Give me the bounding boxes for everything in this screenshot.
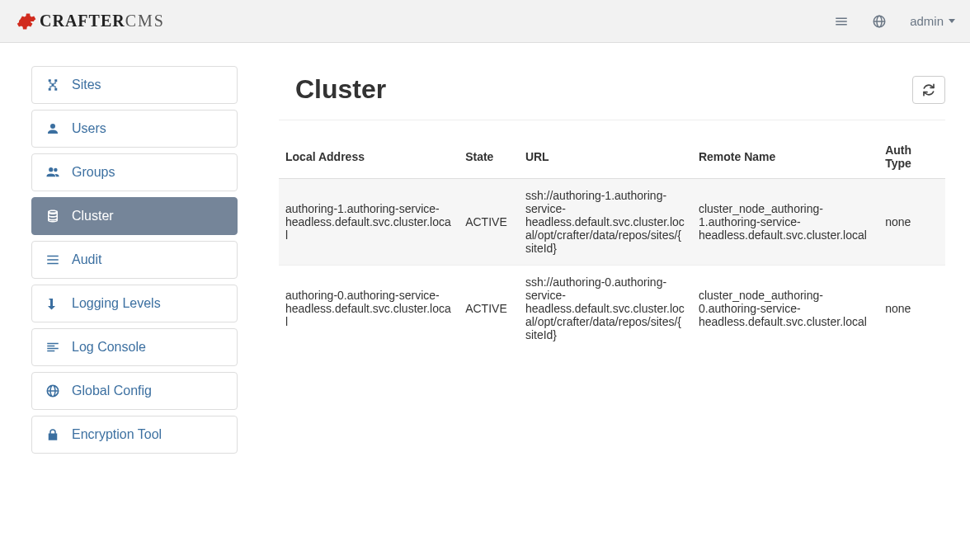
sidebar-item-label: Global Config	[72, 384, 152, 398]
topbar-right: admin	[834, 14, 955, 29]
brand-thin: CMS	[125, 12, 165, 30]
cell-url: ssh://authoring-1.authoring-service-head…	[519, 179, 692, 266]
sidebar-item-sites[interactable]: Sites	[31, 66, 238, 104]
brand-text: CRAFTERCMS	[40, 12, 165, 31]
brand-logo: CRAFTERCMS	[15, 11, 165, 32]
page-title: Cluster	[295, 74, 386, 105]
user-label: admin	[910, 14, 944, 28]
table-row: authoring-0.authoring-service-headless.d…	[279, 266, 945, 352]
brand-bold: CRAFTER	[40, 12, 125, 30]
lock-icon	[45, 427, 60, 442]
users-icon	[45, 165, 60, 180]
user-icon	[45, 121, 60, 136]
col-url: URL	[519, 135, 692, 179]
menu-icon[interactable]	[834, 14, 849, 29]
chevron-down-icon	[949, 19, 955, 23]
database-icon	[45, 209, 60, 224]
sidebar-item-label: Sites	[72, 78, 101, 92]
cell-local-address: authoring-1.authoring-service-headless.d…	[279, 179, 459, 266]
sidebar-item-audit[interactable]: Audit	[31, 241, 238, 279]
cell-auth-type: none	[878, 179, 945, 266]
cell-state: ACTIVE	[459, 266, 519, 352]
sidebar-item-label: Log Console	[72, 340, 146, 355]
list-icon	[45, 252, 60, 267]
sidebar-item-label: Audit	[72, 252, 101, 267]
content: SitesUsersGroupsClusterAuditLogging Leve…	[0, 43, 970, 482]
refresh-icon	[922, 83, 935, 96]
cell-url: ssh://authoring-0.authoring-service-head…	[519, 266, 692, 352]
col-remote-name: Remote Name	[692, 135, 878, 179]
col-state: State	[459, 135, 519, 179]
cell-auth-type: none	[878, 266, 945, 352]
cell-state: ACTIVE	[459, 179, 519, 266]
sidebar-item-label: Logging Levels	[72, 296, 161, 311]
level-down-icon	[45, 296, 60, 311]
sitemap-icon	[45, 78, 60, 92]
sidebar-item-encryption-tool[interactable]: Encryption Tool	[31, 416, 238, 454]
user-menu[interactable]: admin	[910, 14, 955, 28]
refresh-button[interactable]	[912, 76, 945, 104]
sidebar-item-global-config[interactable]: Global Config	[31, 372, 238, 410]
sidebar-item-label: Users	[72, 121, 106, 136]
col-local-address: Local Address	[279, 135, 459, 179]
sidebar-item-users[interactable]: Users	[31, 110, 238, 148]
gear-icon	[15, 11, 36, 32]
help-icon[interactable]	[872, 14, 887, 29]
topbar: CRAFTERCMS admin	[0, 0, 970, 43]
sidebar-item-label: Groups	[72, 165, 115, 180]
col-auth-type: Auth Type	[878, 135, 945, 179]
sidebar-item-groups[interactable]: Groups	[31, 153, 238, 191]
sidebar: SitesUsersGroupsClusterAuditLogging Leve…	[31, 66, 238, 459]
main: Cluster Local Address State URL Remote N…	[279, 66, 962, 459]
cell-local-address: authoring-0.authoring-service-headless.d…	[279, 266, 459, 352]
table-row: authoring-1.authoring-service-headless.d…	[279, 179, 945, 266]
sidebar-item-label: Cluster	[72, 209, 114, 224]
cluster-table: Local Address State URL Remote Name Auth…	[279, 135, 945, 351]
page-header: Cluster	[279, 66, 945, 120]
cell-remote-name: cluster_node_authoring-1.authoring-servi…	[692, 179, 878, 266]
sidebar-item-label: Encryption Tool	[72, 427, 162, 442]
cell-remote-name: cluster_node_authoring-0.authoring-servi…	[692, 266, 878, 352]
align-left-icon	[45, 340, 60, 355]
sidebar-item-logging-levels[interactable]: Logging Levels	[31, 285, 238, 322]
sidebar-item-cluster[interactable]: Cluster	[31, 197, 238, 235]
sidebar-item-log-console[interactable]: Log Console	[31, 328, 238, 366]
globe-icon	[45, 384, 60, 398]
table-header-row: Local Address State URL Remote Name Auth…	[279, 135, 945, 179]
